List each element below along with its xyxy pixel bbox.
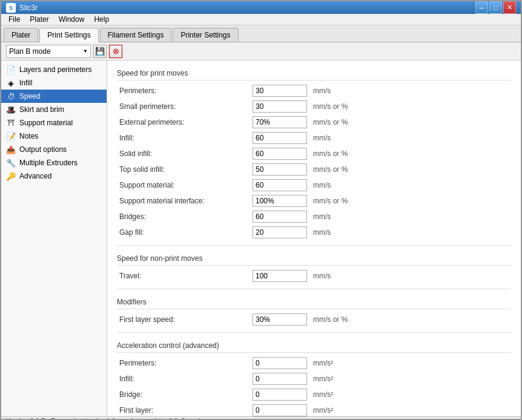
row-unit: mm/s² <box>311 402 511 416</box>
row-unit: mm/s or % <box>311 99 511 114</box>
delete-button[interactable]: ⊗ <box>109 45 122 58</box>
row-label: Infill: <box>117 371 250 387</box>
bridges-input[interactable] <box>253 211 307 223</box>
extruders-icon: 🔧 <box>6 158 16 168</box>
infill-icon: ◈ <box>6 78 16 88</box>
row-label: First layer: <box>117 402 250 416</box>
sidebar-label-speed: Speed <box>19 92 41 100</box>
accel-bridge-input[interactable] <box>253 389 307 401</box>
top-solid-infill-input[interactable] <box>253 163 307 176</box>
small-perimeters-input[interactable] <box>253 100 307 113</box>
perimeters-input[interactable] <box>253 85 307 97</box>
sidebar-item-support[interactable]: ⛩ Support material <box>1 116 107 130</box>
table-row: Support material interface: mm/s or % <box>117 193 511 209</box>
row-label: Solid infill: <box>117 146 250 162</box>
notes-icon: 📝 <box>6 131 16 141</box>
row-unit: mm/s <box>311 209 511 225</box>
status-bar: Version 1.1.7 - Remember to check for up… <box>1 416 521 420</box>
table-row: Infill: mm/s² <box>117 371 511 387</box>
table-row: Support material: mm/s <box>117 177 511 193</box>
accel-infill-input[interactable] <box>253 373 307 385</box>
divider <box>117 332 511 333</box>
section-header-acceleration: Acceleration control (advanced) <box>117 338 511 353</box>
row-unit: mm/s² <box>311 387 511 402</box>
advanced-icon: 🔑 <box>6 171 16 181</box>
section-header-speed-nonprint: Speed for non-print moves <box>117 251 511 266</box>
tab-bar: Plater Print Settings Filament Settings … <box>1 25 521 42</box>
table-row: Perimeters: mm/s <box>117 83 511 99</box>
sidebar-label-notes: Notes <box>19 132 38 140</box>
sidebar-label-output: Output options <box>19 145 67 154</box>
table-row: Perimeters: mm/s² <box>117 355 511 371</box>
row-unit: mm/s² <box>311 371 511 387</box>
sidebar-item-notes[interactable]: 📝 Notes <box>1 130 107 143</box>
section-header-speed-print: Speed for print moves <box>117 65 511 80</box>
row-unit: mm/s <box>311 268 511 284</box>
menu-file[interactable]: File <box>4 14 25 25</box>
menu-window[interactable]: Window <box>54 14 90 25</box>
dropdown-arrow-icon: ▼ <box>83 48 88 54</box>
row-label: External perimeters: <box>117 114 250 130</box>
section-header-modifiers: Modifiers <box>117 294 511 309</box>
row-label: Perimeters: <box>117 355 250 371</box>
menu-help[interactable]: Help <box>89 14 114 25</box>
accel-perimeters-input[interactable] <box>253 357 307 369</box>
sidebar-item-skirt[interactable]: 🎩 Skirt and brim <box>1 103 107 116</box>
table-row: Bridge: mm/s² <box>117 387 511 402</box>
row-label: Support material interface: <box>117 193 250 209</box>
gap-fill-input[interactable] <box>253 226 307 238</box>
content-panel: Speed for print moves Perimeters: mm/s S… <box>107 61 521 416</box>
row-label: Gap fill: <box>117 225 250 240</box>
accel-first-layer-input[interactable] <box>253 404 307 416</box>
tab-print-settings[interactable]: Print Settings <box>39 28 98 42</box>
tab-filament-settings[interactable]: Filament Settings <box>100 28 172 42</box>
menu-plater[interactable]: Plater <box>25 14 53 25</box>
sidebar-item-speed[interactable]: ⏱ Speed <box>1 90 107 103</box>
sidebar-label-advanced: Advanced <box>19 172 51 180</box>
window-controls: ─ □ ✕ <box>475 1 516 14</box>
sidebar-item-layers[interactable]: 📄 Layers and perimeters <box>1 63 107 76</box>
table-row: Travel: mm/s <box>117 268 511 284</box>
app-icon: S <box>6 3 16 13</box>
profile-dropdown[interactable]: Plan B mode ▼ <box>6 45 91 58</box>
sidebar-item-infill[interactable]: ◈ Infill <box>1 76 107 90</box>
row-unit: mm/s <box>311 225 511 240</box>
infill-speed-input[interactable] <box>253 132 307 144</box>
row-unit: mm/s² <box>311 355 511 371</box>
title-bar: S Slic3r ─ □ ✕ <box>1 1 521 14</box>
tab-printer-settings[interactable]: Printer Settings <box>173 28 238 42</box>
travel-input[interactable] <box>253 270 307 282</box>
sidebar-item-output[interactable]: 📤 Output options <box>1 143 107 156</box>
support-interface-input[interactable] <box>253 195 307 207</box>
row-unit: mm/s or % <box>311 193 511 209</box>
row-unit: mm/s or % <box>311 114 511 130</box>
tab-plater[interactable]: Plater <box>4 28 38 42</box>
save-button[interactable]: 💾 <box>93 45 107 58</box>
profile-value: Plan B mode <box>9 47 51 56</box>
skirt-icon: 🎩 <box>6 105 16 114</box>
row-label: Perimeters: <box>117 83 250 99</box>
solid-infill-input[interactable] <box>253 148 307 160</box>
sidebar-label-infill: Infill <box>19 79 32 87</box>
row-unit: mm/s <box>311 130 511 146</box>
table-row: Infill: mm/s <box>117 130 511 146</box>
support-material-input[interactable] <box>253 179 307 191</box>
speed-nonprint-table: Travel: mm/s <box>117 268 511 284</box>
row-unit: mm/s or % <box>311 146 511 162</box>
table-row: Top solid infill: mm/s or % <box>117 162 511 177</box>
table-row: Gap fill: mm/s <box>117 225 511 240</box>
table-row: Small perimeters: mm/s or % <box>117 99 511 114</box>
external-perimeters-input[interactable] <box>253 116 307 128</box>
first-layer-speed-input[interactable] <box>253 313 307 326</box>
table-row: Solid infill: mm/s or % <box>117 146 511 162</box>
table-row: First layer: mm/s² <box>117 402 511 416</box>
sidebar-item-extruders[interactable]: 🔧 Multiple Extruders <box>1 156 107 169</box>
table-row: Bridges: mm/s <box>117 209 511 225</box>
sidebar-item-advanced[interactable]: 🔑 Advanced <box>1 169 107 183</box>
row-label: Support material: <box>117 177 250 193</box>
window-title: Slic3r <box>19 4 38 12</box>
minimize-button[interactable]: ─ <box>475 1 488 14</box>
close-button[interactable]: ✕ <box>503 1 516 14</box>
toolbar: Plan B mode ▼ 💾 ⊗ <box>1 42 521 61</box>
maximize-button[interactable]: □ <box>489 1 502 14</box>
